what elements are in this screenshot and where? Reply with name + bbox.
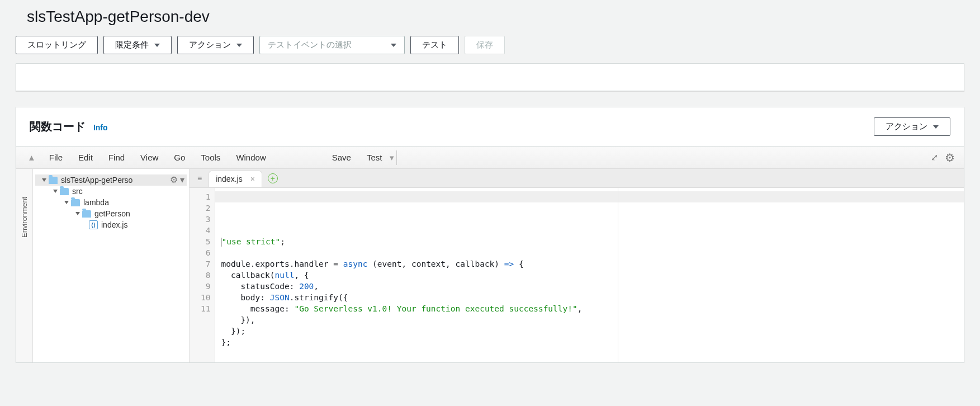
caret-down-icon (236, 44, 242, 47)
tab-label: index.js (216, 174, 242, 183)
folder-icon (82, 210, 91, 218)
tree-folder-lambda[interactable]: lambda (35, 197, 187, 208)
code-editor[interactable]: 1234567891011 "use strict"; module.expor… (190, 188, 964, 362)
close-tab-icon[interactable]: × (250, 174, 255, 183)
menu-file[interactable]: File (41, 153, 70, 162)
menu-find[interactable]: Find (101, 153, 132, 162)
tree-gear-icon[interactable]: ⚙ ▾ (170, 174, 184, 185)
tree-indexjs-label: index.js (101, 220, 127, 229)
code-actions-dropdown[interactable]: アクション (874, 117, 950, 136)
actions-label: アクション (189, 40, 231, 50)
ide-save-button[interactable]: Save (324, 153, 359, 162)
tree-getperson-label: getPerson (94, 209, 130, 218)
tree-src-label: src (72, 187, 83, 196)
menu-view[interactable]: View (132, 153, 166, 162)
environment-label: Environment (20, 197, 29, 238)
tree-lambda-label: lambda (83, 198, 109, 207)
disclosure-icon (53, 190, 58, 193)
menu-window[interactable]: Window (228, 153, 273, 162)
line-gutter: 1234567891011 (190, 188, 215, 362)
ide-test-dropdown-icon[interactable]: ▾ (390, 153, 394, 163)
test-event-select[interactable]: テストイベントの選択 (259, 36, 405, 54)
ide-menubar: ▲ File Edit Find View Go Tools Window Sa… (16, 147, 964, 169)
menu-go[interactable]: Go (166, 153, 193, 162)
caret-down-icon (933, 125, 939, 129)
actions-dropdown[interactable]: アクション (177, 36, 254, 54)
editor-area: ≡ index.js × + 1234567891011 "use strict… (190, 169, 964, 362)
disclosure-icon (64, 201, 69, 204)
active-line-highlight (215, 191, 964, 202)
tree-root[interactable]: slsTestApp-getPerso (35, 174, 187, 186)
editor-tab-indexjs[interactable]: index.js × (209, 171, 262, 187)
menu-tools[interactable]: Tools (193, 153, 228, 162)
collapse-sidebar-icon[interactable]: ▲ (27, 153, 36, 162)
caret-down-icon (391, 44, 396, 47)
designer-panel-collapsed (16, 63, 964, 91)
environment-tab[interactable]: Environment (16, 169, 33, 362)
test-event-placeholder: テストイベントの選択 (268, 40, 352, 50)
editor-tabbar: ≡ index.js × + (190, 169, 964, 188)
add-tab-icon[interactable]: + (268, 173, 278, 183)
function-toolbar: スロットリング 限定条件 アクション テストイベントの選択 テスト 保存 (16, 36, 964, 63)
divider (396, 150, 397, 165)
folder-icon (71, 199, 80, 206)
function-code-panel: 関数コード Info アクション ▲ File Edit Find View G… (16, 107, 964, 363)
ide: ▲ File Edit Find View Go Tools Window Sa… (16, 146, 964, 362)
fullscreen-icon[interactable]: ⤢ (927, 152, 941, 163)
tree-folder-getperson[interactable]: getPerson (35, 208, 187, 219)
code-actions-label: アクション (886, 121, 927, 132)
ide-test-button[interactable]: Test (359, 153, 390, 162)
info-link[interactable]: Info (93, 123, 108, 132)
tree-root-label: slsTestApp-getPerso (61, 176, 132, 185)
gear-icon[interactable]: ⚙ (941, 151, 958, 164)
menu-edit[interactable]: Edit (70, 153, 101, 162)
folder-icon (49, 177, 58, 184)
qualifiers-label: 限定条件 (115, 40, 149, 50)
save-button[interactable]: 保存 (465, 36, 505, 54)
js-file-icon: ⟨⟩ (89, 220, 98, 229)
page-title: slsTestApp-getPerson-dev (16, 0, 964, 36)
code-section-heading: 関数コード (30, 120, 86, 133)
tree-folder-src[interactable]: src (35, 186, 187, 197)
file-tree: ⚙ ▾ slsTestApp-getPerso src la (33, 169, 190, 362)
code-content[interactable]: "use strict"; module.exports.handler = a… (215, 188, 964, 362)
disclosure-icon (75, 212, 80, 215)
tab-scroll-icon[interactable]: ≡ (193, 174, 206, 183)
folder-icon (60, 188, 69, 195)
test-button[interactable]: テスト (410, 36, 459, 54)
qualifiers-dropdown[interactable]: 限定条件 (103, 36, 172, 54)
throttling-button[interactable]: スロットリング (16, 36, 98, 54)
tree-file-indexjs[interactable]: ⟨⟩ index.js (35, 219, 187, 230)
caret-down-icon (154, 44, 160, 47)
disclosure-icon (42, 178, 46, 182)
